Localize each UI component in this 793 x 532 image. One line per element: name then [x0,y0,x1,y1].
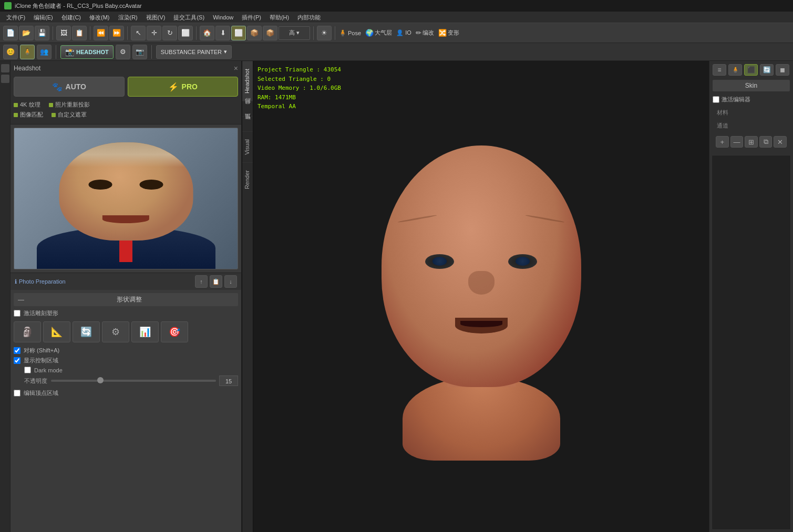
option-imagematch-dot [14,113,18,117]
sculpt-btn-5[interactable]: 📊 [131,321,159,342]
sculpt-btn-6[interactable]: 🎯 [161,321,188,342]
rp-minus-btn[interactable]: — [730,136,744,148]
toolbar-new[interactable]: 📄 [3,26,18,40]
show-control-checkbox[interactable] [14,357,20,364]
menu-create[interactable]: 创建(C) [57,12,85,23]
dark-mode-checkbox[interactable] [24,367,31,373]
activate-editor-checkbox[interactable] [713,96,719,103]
rp-grid-btn[interactable]: ⊞ [745,136,758,148]
toolbar-move[interactable]: ✛ [147,26,161,40]
menu-submit[interactable]: 提交工具(S) [169,12,209,23]
menu-view[interactable]: 视图(V) [142,12,170,23]
option-4k-label: 4K 纹理 [20,101,40,109]
toolbar-pose[interactable]: 🧍 Pose [338,29,361,37]
pro-label: PRO [182,82,198,91]
toolbar-box[interactable]: 📦 [247,26,262,40]
toolbar-open[interactable]: 📂 [19,26,34,40]
st-camera[interactable]: 📷 [132,45,147,59]
photo-hair [59,142,193,167]
edit-vertex-checkbox[interactable] [14,390,20,397]
toolbar-copy[interactable]: 📋 [72,26,87,40]
skin-label: Skin [713,80,790,91]
sculpt-checkbox[interactable] [14,310,20,317]
toolbar-sun[interactable]: ☀ [317,26,332,40]
shape-collapse-button[interactable]: — [18,296,24,304]
menu-render[interactable]: 渲染(R) [114,12,142,23]
menu-modify[interactable]: 修改(M) [85,12,114,23]
st-group[interactable]: 👥 [37,45,52,59]
photo-download-button[interactable]: ↓ [224,275,237,288]
substance-painter-button[interactable]: SUBSTANCE PAINTER ▾ [156,45,232,59]
sculpt-btn-1[interactable]: 🗿 [14,321,41,342]
edit-vertex-checkbox-row: 编辑顶点区域 [14,389,238,397]
auto-mode-button[interactable]: 🐾 AUTO [14,77,125,97]
side-tab-render[interactable]: Render [242,162,253,196]
toolbar-box2[interactable]: 📦 [263,26,277,40]
toolbar-sep3 [127,26,128,40]
photo-prep-link[interactable]: ℹ Photo Preparation [15,278,66,285]
auto-label: AUTO [66,82,86,91]
options-row1: 4K 纹理 照片重新投影 [14,101,238,109]
menu-help[interactable]: 帮助(H) [265,12,293,23]
toolbar-frame[interactable]: ⬜ [231,26,246,40]
rp-copy-btn[interactable]: ⧉ [759,136,773,148]
side-tab-headshot[interactable]: Headshot [242,61,253,101]
symmetry-checkbox-row: 对称 (Shift+A) [14,347,238,354]
toolbar-edit[interactable]: ✏ 编改 [416,29,434,37]
shape-title-bar: — 形状调整 [14,293,238,306]
rp-icon-sliders[interactable]: ≡ [713,64,726,76]
st-settings[interactable]: ⚙ [116,45,130,59]
toolbar-height-dropdown[interactable]: 高 ▾ [279,26,310,40]
rp-icon-cube[interactable]: ⬛ [744,64,758,76]
toolbar-atmosphere[interactable]: 🌍 大气层 [365,29,392,37]
sculpt-btn-3[interactable]: 🔄 [73,321,100,342]
side-tab-preview[interactable]: 预览 [242,116,253,131]
toolbar-screenshot[interactable]: 🖼 [56,26,71,40]
toolbar-sep4 [196,26,197,40]
rp-icon-person[interactable]: 🧍 [728,64,742,76]
left-toggle-btn2[interactable] [1,75,9,83]
symmetry-checkbox[interactable] [14,347,20,354]
left-panel: Headshot × 🐾 AUTO ⚡ PRO 4K 纹理 [11,61,242,532]
left-toggle-btn1[interactable] [1,64,9,72]
opacity-value[interactable]: 15 [219,375,238,386]
toolbar-home[interactable]: 🏠 [200,26,214,40]
opacity-thumb[interactable] [97,377,104,383]
headshot-close-button[interactable]: × [234,64,238,72]
toolbar-redo[interactable]: ⏩ [109,26,124,40]
menu-internal[interactable]: 内部功能 [293,12,325,23]
right-panel-icons: ≡ 🧍 ⬛ 🔄 ◼ [713,64,790,76]
toolbar-select[interactable]: ↖ [131,26,146,40]
opacity-slider[interactable] [51,380,216,382]
st-person[interactable]: 🧍 [20,45,35,59]
toolbar-down[interactable]: ⬇ [215,26,230,40]
rp-icon-checkerboard[interactable]: ◼ [776,64,789,76]
toolbar-rotate[interactable]: ↻ [162,26,177,40]
menu-file[interactable]: 文件(F) [2,12,29,23]
rp-delete-btn[interactable]: ✕ [774,136,787,148]
rp-add-btn[interactable]: + [716,136,729,148]
stat-triangles: Project Triangle : 43054 [258,65,341,75]
side-tab-visual[interactable]: Visual [242,131,253,162]
menu-window[interactable]: Window [209,12,238,23]
st-sep1 [56,45,56,59]
photo-upload-button[interactable]: ↑ [195,275,208,288]
menu-plugin[interactable]: 插件(P) [238,12,265,23]
toolbar-transform[interactable]: 🔀 变形 [438,29,459,37]
photo-area [14,128,238,269]
sculpt-btn-2[interactable]: 📐 [43,321,70,342]
photo-prep-label: Photo Preparation [19,278,66,285]
toolbar-scale[interactable]: ⬜ [178,26,193,40]
toolbar-undo[interactable]: ⏪ [94,26,108,40]
viewport-right-handle[interactable] [705,61,709,532]
menu-edit[interactable]: 编辑(E) [29,12,57,23]
sculpt-btn-4[interactable]: ⚙ [102,321,129,342]
st-face[interactable]: 😊 [3,45,18,59]
pro-mode-button[interactable]: ⚡ PRO [128,77,239,97]
rp-icon-refresh[interactable]: 🔄 [760,64,774,76]
toolbar-save[interactable]: 💾 [35,26,49,40]
headshot-button[interactable]: 📸 HEADSHOT [60,45,114,59]
toolbar-io[interactable]: 👤 IO [396,29,411,36]
side-tab-local[interactable]: 局部 [242,101,253,116]
photo-copy-button[interactable]: 📋 [210,275,222,288]
